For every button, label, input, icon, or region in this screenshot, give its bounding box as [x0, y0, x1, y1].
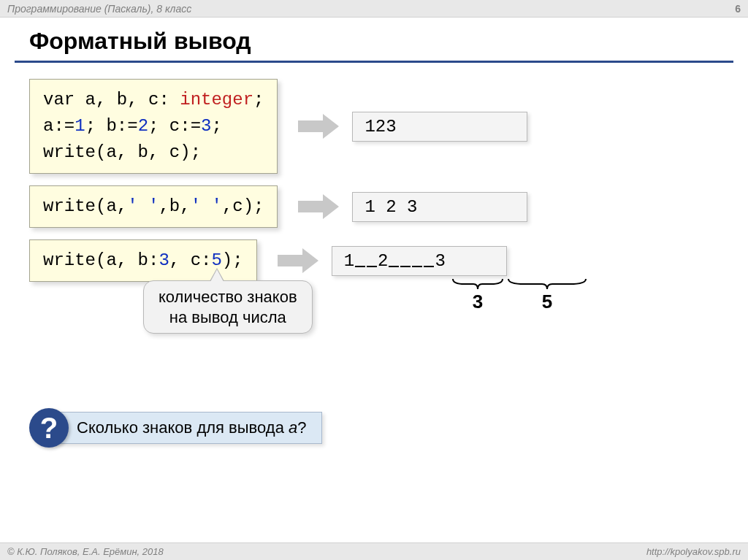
- brace-label: 5: [507, 291, 587, 313]
- arrow-icon: [298, 194, 339, 219]
- code-text: ,b,: [159, 196, 190, 216]
- page-number: 6: [735, 3, 741, 15]
- content-area: var a, b, c: integer; a:=1; b:=2; c:=3; …: [0, 79, 748, 448]
- string-literal: ' ': [127, 196, 159, 216]
- example-row-3: write(a, b:3, c:5); 123: [29, 239, 719, 282]
- brace-label: 3: [451, 291, 504, 313]
- code-text: write(a, b, c);: [43, 142, 201, 162]
- callout-line: количество знаков: [159, 287, 297, 307]
- code-text: );: [222, 250, 243, 270]
- code-text: a:=: [43, 116, 75, 136]
- svg-marker-1: [298, 194, 339, 219]
- question-text: Сколько знаков для вывода: [77, 418, 289, 437]
- brace-3: 3: [451, 277, 504, 313]
- code-text: var a, b, c:: [43, 90, 169, 110]
- footer-copyright: © К.Ю. Поляков, Е.А. Ерёмин, 2018: [7, 546, 164, 557]
- out-part: 1: [344, 251, 354, 271]
- space-marker: [412, 257, 422, 267]
- code-text: write(a,: [43, 196, 127, 216]
- code-text: ;: [211, 116, 221, 136]
- title-underline: [15, 61, 733, 63]
- string-literal: ' ': [191, 196, 222, 216]
- code-text: ; b:=: [85, 116, 138, 136]
- question-mark-badge: ?: [29, 408, 69, 448]
- output-box-2: 1 2 3: [352, 192, 527, 222]
- code-block-1: var a, b, c: integer; a:=1; b:=2; c:=3; …: [29, 79, 278, 174]
- number-literal: 5: [211, 250, 221, 270]
- question-var: a: [289, 418, 297, 437]
- out-part: 3: [435, 251, 445, 271]
- space-marker: [355, 257, 365, 267]
- question-row: ? Сколько знаков для вывода a?: [29, 408, 719, 448]
- number-literal: 2: [138, 116, 148, 136]
- svg-marker-0: [298, 114, 339, 139]
- callout-bubble: количество знаков на вывод числа: [143, 280, 313, 334]
- space-marker: [367, 257, 377, 267]
- brace-5: 5: [507, 277, 587, 313]
- type-keyword: integer: [169, 90, 253, 110]
- svg-marker-2: [278, 248, 318, 273]
- number-literal: 3: [201, 116, 211, 136]
- arrow-icon: [278, 248, 318, 273]
- space-marker: [424, 257, 434, 267]
- slide-footer: © К.Ю. Поляков, Е.А. Ерёмин, 2018 http:/…: [0, 542, 748, 560]
- number-literal: 3: [159, 250, 169, 270]
- semicolon: ;: [253, 90, 264, 110]
- arrow-icon: [298, 114, 339, 139]
- footer-url: http://kpolyakov.spb.ru: [646, 546, 741, 557]
- question-box: Сколько знаков для вывода a?: [54, 412, 322, 444]
- slide-header: Программирование (Паскаль), 8 класс 6: [0, 0, 748, 18]
- code-block-2: write(a,' ',b,' ',c);: [29, 185, 278, 228]
- output-box-1: 123: [352, 112, 527, 142]
- code-text: ,c);: [222, 196, 264, 216]
- space-marker: [400, 257, 411, 267]
- example-row-1: var a, b, c: integer; a:=1; b:=2; c:=3; …: [29, 79, 719, 174]
- page-title: Форматный вывод: [0, 18, 748, 61]
- code-text: write(a, b:: [43, 250, 159, 270]
- example-row-2: write(a,' ',b,' ',c); 1 2 3: [29, 185, 719, 228]
- header-subject: Программирование (Паскаль), 8 класс: [7, 3, 191, 15]
- number-literal: 1: [75, 116, 85, 136]
- code-text: , c:: [169, 250, 212, 270]
- brace-annotations: 3 5: [451, 277, 719, 313]
- space-marker: [389, 257, 399, 267]
- question-text: ?: [297, 418, 306, 437]
- callout-line: на вывод числа: [159, 307, 297, 328]
- out-part: 2: [378, 251, 388, 271]
- code-text: ; c:=: [148, 116, 201, 136]
- output-box-3: 123: [332, 246, 507, 276]
